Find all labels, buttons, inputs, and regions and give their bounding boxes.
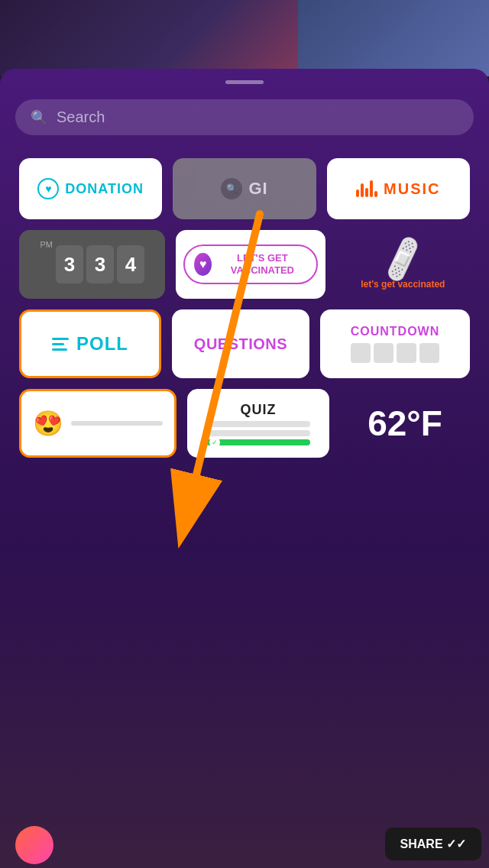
sticker-countdown-timer[interactable]: PM 3 3 4	[19, 230, 165, 299]
donation-label: DONATION	[65, 181, 144, 197]
timer-digit-3a: 3	[56, 245, 83, 283]
slider-track	[71, 421, 163, 426]
search-input[interactable]	[57, 108, 458, 126]
sticker-row-1: ♥ DONATION 🔍 GI MUSIC	[15, 158, 474, 219]
countdown-boxes-icon	[351, 343, 439, 363]
quiz-option-correct: ✓	[206, 439, 310, 445]
sticker-vaccinated-badge[interactable]: ♥ LET'S GET VACCINATED	[176, 230, 325, 299]
sticker-row-4: 😍 QUIZ ✓ 62°F	[15, 389, 474, 458]
search-icon: 🔍	[31, 109, 47, 126]
bandaid-icon: 🩹	[376, 232, 430, 285]
sticker-music[interactable]: MUSIC	[327, 158, 470, 219]
quiz-checkmark-icon: ✓	[209, 437, 220, 448]
quiz-option-1	[206, 421, 310, 427]
share-button[interactable]: SHARE ✓✓	[385, 828, 481, 860]
bottom-avatar	[15, 826, 53, 864]
search-bar[interactable]: 🔍	[15, 99, 474, 135]
vaccinated-sticker-label: let's get vaccinated	[361, 279, 445, 290]
background-top-right	[298, 0, 489, 76]
countdown-label: COUNTDOWN	[351, 325, 440, 338]
countdown-box-2	[374, 343, 393, 363]
questions-label: QUESTIONS	[194, 335, 287, 353]
sticker-quiz[interactable]: QUIZ ✓	[187, 389, 329, 458]
donation-heart-icon: ♥	[37, 178, 59, 199]
quiz-option-2	[206, 430, 310, 436]
music-bars-icon	[356, 180, 377, 197]
timer-digit-3b: 3	[86, 245, 114, 283]
timer-digits: 3 3 4	[56, 245, 144, 283]
share-button-label: SHARE ✓✓	[400, 837, 466, 850]
sticker-questions[interactable]: QUESTIONS	[172, 309, 309, 378]
sticker-picker-panel: 🔍 ♥ DONATION 🔍 GI MUSIC PM	[0, 69, 489, 868]
emoji-face-icon: 😍	[33, 409, 63, 438]
quiz-label: QUIZ	[241, 402, 277, 418]
poll-label: POLL	[76, 333, 128, 355]
panel-handle	[225, 80, 264, 84]
sticker-poll[interactable]: POLL	[19, 309, 161, 378]
gif-search-icon: 🔍	[221, 178, 242, 199]
sticker-row-2: PM 3 3 4 ♥ LET'S GET VACCINATED 🩹 let's …	[15, 230, 474, 299]
sticker-donation[interactable]: ♥ DONATION	[19, 158, 162, 219]
gif-label: GI	[248, 179, 267, 199]
timer-pm-label: PM	[40, 240, 53, 249]
sticker-countdown[interactable]: COUNTDOWN	[320, 309, 470, 378]
countdown-box-1	[351, 343, 371, 363]
sticker-emoji-slider[interactable]: 😍	[19, 389, 176, 458]
vaccinated-badge-inner: ♥ LET'S GET VACCINATED	[183, 245, 317, 283]
music-label: MUSIC	[384, 180, 440, 198]
timer-digit-4: 4	[117, 245, 144, 283]
countdown-box-4	[419, 343, 439, 363]
sticker-gif[interactable]: 🔍 GI	[173, 158, 316, 219]
emoji-slider-inner: 😍	[33, 409, 163, 438]
sticker-temperature[interactable]: 62°F	[340, 389, 470, 458]
poll-lines-icon	[52, 338, 69, 351]
vaccinated-heart-icon: ♥	[194, 253, 212, 276]
temperature-label: 62°F	[368, 403, 442, 444]
sticker-vaccinated-emoji[interactable]: 🩹 let's get vaccinated	[336, 230, 470, 299]
vaccinated-badge-label: LET'S GET VACCINATED	[218, 252, 307, 276]
sticker-row-3: POLL QUESTIONS COUNTDOWN	[15, 309, 474, 378]
countdown-box-3	[397, 343, 416, 363]
